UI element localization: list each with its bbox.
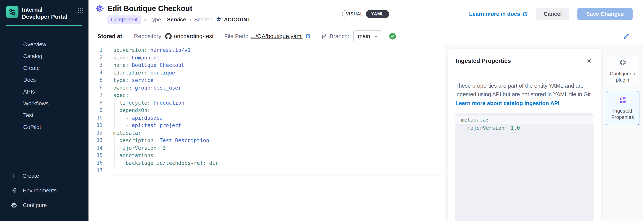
file-path-group: File Path: .../QA/boutique.yaml [224, 33, 311, 40]
editor-line-17[interactable]: 17 [88, 167, 445, 175]
toggle-visual[interactable]: VISUAL [342, 10, 367, 18]
content-area: 1apiVersion: harness.io/v12kind: Compone… [88, 44, 644, 221]
editor-line-5[interactable]: 5type: service [88, 76, 445, 84]
line-number: 12 [88, 129, 110, 137]
line-number: 14 [88, 144, 110, 152]
panel-description: These properties are part of the entity … [456, 82, 594, 99]
branch-select[interactable]: main [353, 30, 382, 42]
editor-line-10[interactable]: 10 - api:dasdsa [88, 114, 445, 122]
editor-lines: 1apiVersion: harness.io/v12kind: Compone… [88, 46, 445, 175]
account-scope-icon [216, 16, 222, 23]
editor-line-14[interactable]: 14 majorVersion: 3 [88, 144, 445, 152]
line-number: 1 [88, 46, 110, 54]
sidebar-item-docs[interactable]: Docs [0, 74, 88, 86]
editor-line-4[interactable]: 4identifier: boutique [88, 69, 445, 77]
sidebar-item-configure[interactable]: Configure [0, 198, 88, 213]
sidebar-item-environments[interactable]: Environments [0, 183, 88, 198]
ingested-properties-card[interactable]: Ingested Properties [606, 91, 640, 125]
app-title: Internal Developer Portal [22, 6, 70, 20]
sidebar-item-overview[interactable]: Overview [0, 39, 88, 50]
toggle-yaml[interactable]: YAML [366, 10, 389, 18]
line-number: 17 [88, 167, 110, 175]
cancel-button[interactable]: Cancel [536, 8, 570, 20]
type-label: Type : [150, 17, 164, 23]
editor-line-1[interactable]: 1apiVersion: harness.io/v1 [88, 46, 445, 54]
branch-value: main [358, 33, 370, 40]
scope-label: Scope : [194, 17, 212, 23]
main-area: Edit Boutique Checkout Component Type : … [88, 0, 644, 221]
git-branch-icon [321, 33, 327, 39]
panel-header: Ingested Properties [448, 49, 601, 73]
editor-line-3[interactable]: 3name: Boutique Checkout [88, 61, 445, 69]
configure-plugin-card[interactable]: Configure a plugin [606, 55, 640, 86]
editor-line-13[interactable]: 13 description: Test Description [88, 137, 445, 144]
breadcrumb: Component Type : Service Scope : ACCOUNT [107, 16, 250, 24]
panel-code-block: metadata: majorVersion: 1.0 [456, 113, 594, 221]
line-number: 9 [88, 107, 110, 114]
plus-icon [11, 173, 17, 179]
entity-gear-icon [95, 4, 104, 13]
editor-line-7[interactable]: 7spec: [88, 91, 445, 99]
visual-yaml-toggle[interactable]: VISUAL YAML [342, 10, 389, 18]
sidebar-item-create[interactable]: Create [0, 169, 88, 183]
line-number: 7 [88, 91, 110, 99]
sidebar-item-copilot[interactable]: CoPilot [0, 121, 88, 133]
line-number: 13 [88, 137, 110, 144]
sidebar-item-catalog[interactable]: Catalog [0, 50, 88, 62]
editor-line-12[interactable]: 12metadata: [88, 129, 445, 137]
line-number: 3 [88, 61, 110, 69]
ingested-properties-icon [618, 96, 627, 105]
editor-line-9[interactable]: 9 dependsOn: [88, 107, 445, 114]
sidebar-item-create[interactable]: Create [0, 62, 88, 74]
gear-icon [11, 202, 18, 209]
learn-more-docs-link[interactable]: Learn more in docs [469, 11, 528, 17]
ingested-properties-label: Ingested Properties [608, 108, 638, 120]
sidebar-divider [18, 37, 66, 37]
yaml-editor[interactable]: 1apiVersion: harness.io/v12kind: Compone… [88, 44, 445, 221]
editor-line-2[interactable]: 2kind: Component [88, 54, 445, 62]
page-title: Edit Boutique Checkout [107, 4, 192, 13]
panel-title: Ingested Properties [456, 58, 511, 64]
external-link-icon[interactable] [305, 33, 311, 39]
line-number: 15 [88, 152, 110, 159]
sidebar-item-label: Configure [23, 202, 47, 208]
github-icon [165, 33, 172, 40]
line-number: 6 [88, 84, 110, 92]
edit-source-button[interactable] [623, 33, 630, 40]
editor-line-16[interactable]: 16 backstage.io/techdocs-ref: dir:. [88, 159, 445, 167]
file-path-link[interactable]: .../QA/boutique.yaml [251, 33, 302, 40]
apps-grid-icon[interactable] [78, 8, 84, 15]
configure-plugin-label: Configure a plugin [608, 71, 638, 83]
app-logo[interactable]: Internal Developer Portal [0, 0, 88, 20]
close-panel-button[interactable] [585, 57, 593, 65]
plugin-rail: Configure a plugin Ingested Properties [606, 55, 640, 125]
editor-line-6[interactable]: 6owner: group:test_user [88, 84, 445, 92]
line-number: 8 [88, 99, 110, 107]
sidebar-item-test[interactable]: Test [0, 109, 88, 121]
docs-link-label: Learn more in docs [469, 11, 520, 17]
file-path-label: File Path: [224, 33, 248, 40]
save-changes-button[interactable]: Save Changes [578, 8, 632, 20]
separator-dot [189, 19, 191, 21]
editor-line-8[interactable]: 8 lifecycle: Production [88, 99, 445, 107]
editor-line-11[interactable]: 11 - api:test_project [88, 122, 445, 129]
editor-line-15[interactable]: 15 annotations: [88, 152, 445, 159]
chevron-down-icon [374, 34, 379, 39]
line-number: 2 [88, 54, 110, 62]
ingestion-api-link[interactable]: Learn more about catalog Ingestion API [456, 100, 594, 107]
source-bar: Stored at Repository: onboarding-test Fi… [88, 28, 644, 44]
panel-code-line: metadata: [456, 116, 594, 124]
hexagons-icon [11, 187, 18, 194]
scope-value: ACCOUNT [224, 17, 250, 23]
sidebar-menu: OverviewCatalogCreateDocsAPIsWorkflowsTe… [0, 39, 88, 133]
sidebar-item-workflows[interactable]: Workflows [0, 98, 88, 109]
repository-value: onboarding-test [174, 33, 214, 40]
sidebar-item-apis[interactable]: APIs [0, 86, 88, 98]
panel-body: These properties are part of the entity … [448, 73, 601, 221]
repository-group: Repository: onboarding-test [134, 33, 214, 40]
header-actions: Learn more in docs Cancel Save Changes [469, 8, 632, 20]
puzzle-icon [618, 58, 627, 67]
sidebar-bottom: Create Environments Configure [0, 166, 88, 213]
line-number: 10 [88, 114, 110, 122]
separator-dot [144, 19, 146, 21]
